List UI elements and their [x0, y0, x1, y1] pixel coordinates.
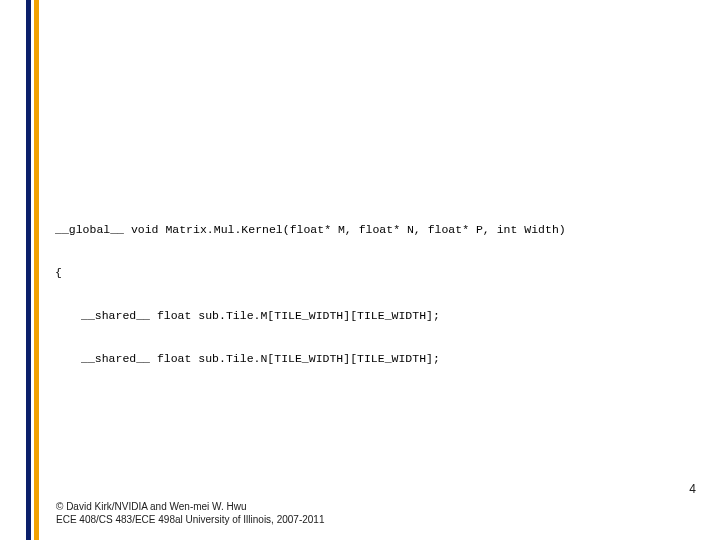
- slide: __global__ void Matrix.Mul.Kernel(float*…: [0, 0, 720, 540]
- copyright-line-1: © David Kirk/NVIDIA and Wen-mei W. Hwu: [56, 501, 324, 514]
- copyright: © David Kirk/NVIDIA and Wen-mei W. Hwu E…: [56, 501, 324, 526]
- code-line-4: __shared__ float sub.Tile.N[TILE_WIDTH][…: [55, 352, 710, 366]
- decor-stripe-blue: [26, 0, 31, 540]
- code-line-1: __global__ void Matrix.Mul.Kernel(float*…: [55, 223, 710, 237]
- code-line-3: __shared__ float sub.Tile.M[TILE_WIDTH][…: [55, 309, 710, 323]
- code-block: __global__ void Matrix.Mul.Kernel(float*…: [55, 194, 710, 395]
- code-line-2: {: [55, 266, 710, 280]
- copyright-line-2: ECE 408/CS 483/ECE 498al University of I…: [56, 514, 324, 527]
- decor-stripe-orange: [34, 0, 39, 540]
- page-number: 4: [689, 482, 696, 496]
